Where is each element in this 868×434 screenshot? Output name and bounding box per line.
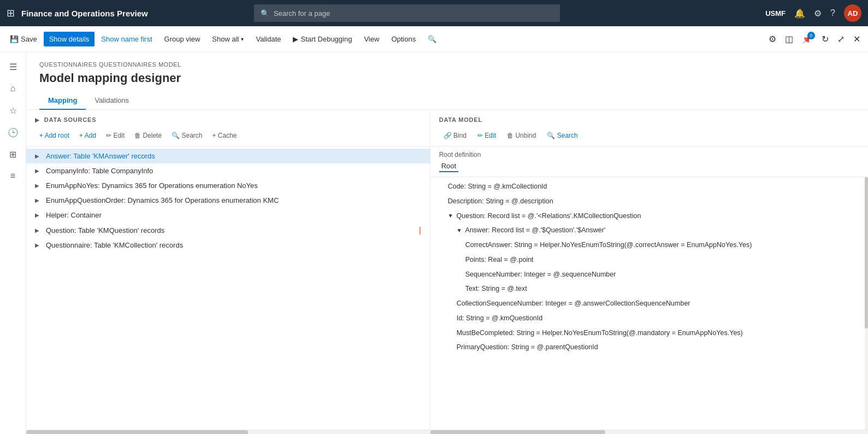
page-header: QUESTIONNAIRES QUESTIONNAIRES MODEL Mode… <box>26 52 868 110</box>
badge-button[interactable]: 📌 0 <box>799 31 816 48</box>
tab-mapping[interactable]: Mapping <box>39 92 86 110</box>
nav-favorites-icon[interactable]: ☆ <box>3 101 23 120</box>
data-model-toolbar: 🔗 Bind ✏ Edit 🗑 Unbind 🔍 Search <box>430 127 868 146</box>
tree-expand-icon: ▶ <box>35 212 42 218</box>
list-item[interactable]: ▶ CompanyInfo: Table CompanyInfo <box>26 163 430 178</box>
model-tree-item: CollectionSequenceNumber: Integer = @.an… <box>430 296 868 311</box>
settings-icon[interactable]: ⚙ <box>814 8 822 19</box>
toolbar-search-icon: 🔍 <box>428 35 436 43</box>
start-debugging-button[interactable]: ▶ Start Debugging <box>287 32 357 46</box>
toggle-panel-button[interactable]: ◫ <box>782 31 796 48</box>
model-tree-item[interactable]: ▼ Answer: Record list = @.'$Question'.'$… <box>430 223 868 238</box>
search-button[interactable]: 🔍 Search <box>167 130 206 142</box>
refresh-button[interactable]: ↻ <box>818 31 832 48</box>
list-item[interactable]: ▶ EnumAppNoYes: Dynamics 365 for Operati… <box>26 178 430 193</box>
search-input[interactable] <box>274 9 553 17</box>
show-all-chevron-icon: ▾ <box>241 36 244 42</box>
model-tree-item: Points: Real = @.point <box>430 253 868 267</box>
data-sources-header: ▶ DATA SOURCES <box>26 110 430 127</box>
item-label: Questionnaire: Table 'KMCollection' reco… <box>46 241 421 249</box>
page-title: Model mapping designer <box>39 71 855 85</box>
list-item[interactable]: ▶ Questionnaire: Table 'KMCollection' re… <box>26 238 430 253</box>
panel-expand-icon[interactable]: ▶ <box>35 117 40 123</box>
model-tree-scrollbar-thumb <box>865 177 868 329</box>
toolbar-search-button[interactable]: 🔍 <box>422 32 442 46</box>
search-icon: 🔍 <box>261 9 269 17</box>
close-button[interactable]: ✕ <box>850 31 864 48</box>
nav-home-icon[interactable]: ⌂ <box>3 79 23 98</box>
edit-button[interactable]: ✏ Edit <box>102 130 129 142</box>
add-button[interactable]: + Add <box>75 130 101 142</box>
left-panel-scrollbar[interactable] <box>26 430 430 434</box>
bind-button[interactable]: 🔗 Bind <box>439 130 471 142</box>
data-sources-toolbar: + Add root + Add ✏ Edit 🗑 Delete 🔍 Searc… <box>26 127 430 146</box>
item-label: Helper: Container <box>46 211 421 219</box>
app-title: Finance and Operations Preview <box>21 9 148 18</box>
bell-icon[interactable]: 🔔 <box>794 8 805 19</box>
tree-expand-icon: ▶ <box>35 197 42 203</box>
options-button[interactable]: Options <box>386 32 421 46</box>
nav-recent-icon[interactable]: 🕒 <box>3 122 23 142</box>
model-tree-scrollbar-track[interactable] <box>865 177 868 430</box>
nav-modules-icon[interactable]: ≡ <box>3 166 23 186</box>
add-root-button[interactable]: + Add root <box>35 130 74 142</box>
data-model-header: DATA MODEL <box>430 110 868 127</box>
collapse-arrow-icon: ▼ <box>448 212 453 220</box>
expand-button[interactable]: ⤢ <box>834 31 848 48</box>
model-item-text: Question: Record list = @.'<Relations'.K… <box>457 211 641 221</box>
save-icon: 💾 <box>10 35 19 43</box>
user-name: USMF <box>765 9 786 17</box>
model-tree-item: CorrectAnswer: String = Helper.NoYesEnum… <box>430 238 868 253</box>
model-tree-item: Code: String = @.kmCollectionId <box>430 179 868 194</box>
list-item[interactable]: ▶ Question: Table 'KMQuestion' records | <box>26 222 430 238</box>
right-panel-scrollbar[interactable] <box>430 430 868 434</box>
avatar[interactable]: AD <box>844 4 861 22</box>
save-button[interactable]: 💾 Save <box>4 32 43 46</box>
main-layout: ☰ ⌂ ☆ 🕒 ⊞ ≡ QUESTIONNAIRES QUESTIONNAIRE… <box>0 52 868 434</box>
tree-expand-icon: ▶ <box>35 168 42 174</box>
show-name-first-button[interactable]: Show name first <box>96 32 157 46</box>
data-sources-label: DATA SOURCES <box>44 116 97 123</box>
data-sources-tree: ▶ Answer: Table 'KMAnswer' records ▶ Com… <box>26 146 430 430</box>
app-grid-icon[interactable]: ⊞ <box>7 7 15 19</box>
item-label: EnumAppNoYes: Dynamics 365 for Operation… <box>46 181 421 190</box>
nav-hamburger-icon[interactable]: ☰ <box>3 57 23 77</box>
list-item[interactable]: ▶ EnumAppQuestionOrder: Dynamics 365 for… <box>26 193 430 208</box>
view-button[interactable]: View <box>358 32 385 46</box>
model-tree-item: Description: String = @.description <box>430 194 868 209</box>
main-toolbar: 💾 Save Show details Show name first Grou… <box>0 26 868 52</box>
collapse-arrow-icon: ▼ <box>457 226 462 234</box>
data-model-tree: Code: String = @.kmCollectionId Descript… <box>430 177 868 430</box>
unbind-button[interactable]: 🗑 Unbind <box>503 130 540 142</box>
model-tree-item[interactable]: ▼ Question: Record list = @.'<Relations'… <box>430 209 868 224</box>
left-panel-scrollbar-thumb <box>26 430 248 434</box>
toolbar-right-actions: ⚙ ◫ 📌 0 ↻ ⤢ ✕ <box>765 31 864 48</box>
model-tree-item: MustBeCompleted: String = Helper.NoYesEn… <box>430 326 868 341</box>
group-view-button[interactable]: Group view <box>159 32 206 46</box>
split-panel: ▶ DATA SOURCES + Add root + Add ✏ Edit 🗑… <box>26 110 868 434</box>
tab-validations[interactable]: Validations <box>86 92 138 110</box>
validate-button[interactable]: Validate <box>250 32 286 46</box>
content-area: QUESTIONNAIRES QUESTIONNAIRES MODEL Mode… <box>26 52 868 434</box>
right-panel-scrollbar-thumb <box>430 430 606 434</box>
show-all-button[interactable]: Show all ▾ <box>206 32 249 46</box>
delete-button[interactable]: 🗑 Delete <box>130 130 166 142</box>
item-label: EnumAppQuestionOrder: Dynamics 365 for O… <box>46 196 421 204</box>
nav-workspaces-icon[interactable]: ⊞ <box>3 144 23 164</box>
cache-button[interactable]: + Cache <box>208 130 241 142</box>
root-definition-label: Root definition <box>439 151 859 159</box>
nav-right: USMF 🔔 ⚙ ? AD <box>765 4 861 22</box>
model-search-button[interactable]: 🔍 Search <box>542 130 582 142</box>
show-details-button[interactable]: Show details <box>44 32 95 46</box>
tree-expand-icon: ▶ <box>35 227 42 233</box>
global-search-bar[interactable]: 🔍 <box>254 4 560 22</box>
model-edit-button[interactable]: ✏ Edit <box>473 130 500 142</box>
puzzle-icon-button[interactable]: ⚙ <box>765 31 780 48</box>
help-icon[interactable]: ? <box>830 8 835 18</box>
model-item-text: Answer: Record list = @.'$Question'.'$An… <box>465 225 606 236</box>
list-item[interactable]: ▶ Helper: Container <box>26 208 430 222</box>
model-tree-item: PrimaryQuestion: String = @.parentQuesti… <box>430 340 868 355</box>
list-item[interactable]: ▶ Answer: Table 'KMAnswer' records <box>26 149 430 163</box>
model-tree-item: Id: String = @.kmQuestionId <box>430 311 868 326</box>
tree-expand-icon: ▶ <box>35 153 42 159</box>
